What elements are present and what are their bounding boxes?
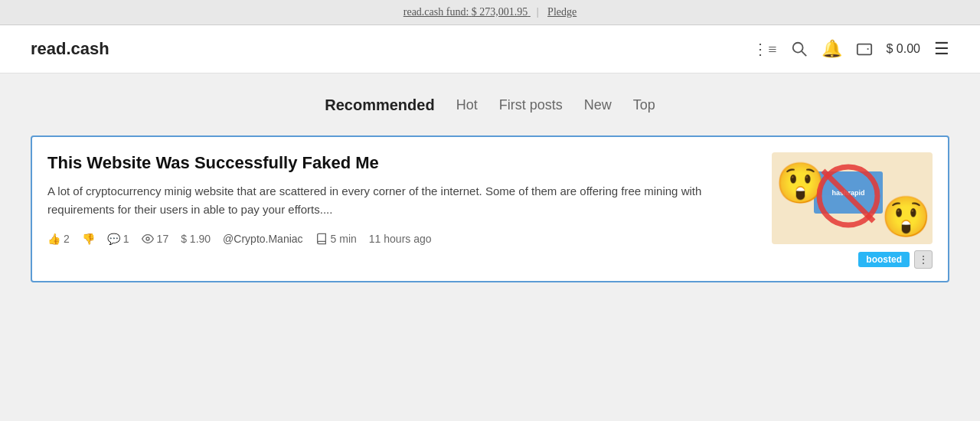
eye-icon bbox=[142, 233, 154, 245]
svg-point-0 bbox=[792, 43, 802, 53]
read-time: 5 min bbox=[331, 233, 357, 245]
author-link[interactable]: @Crypto.Maniac bbox=[223, 233, 302, 245]
svg-point-3 bbox=[146, 237, 149, 240]
comment-icon: 💬 bbox=[107, 233, 120, 245]
fund-bar: read.cash fund: $ 273,001.95 | Pledge bbox=[0, 0, 980, 25]
boosted-badge: boosted bbox=[858, 252, 910, 267]
tab-recommended[interactable]: Recommended bbox=[325, 96, 434, 114]
menu-icon[interactable]: ☰ bbox=[934, 39, 949, 59]
feed-icon[interactable]: ⋮≡ bbox=[753, 40, 776, 58]
svg-line-1 bbox=[802, 51, 806, 56]
fund-amount: $ 273,001.95 bbox=[472, 6, 528, 18]
article-meta: 👍 2 👎 💬 1 17 $ 1.90 bbox=[47, 233, 756, 245]
article-card: This Website Was Successfully Faked Me A… bbox=[31, 135, 949, 282]
upvote-count: 2 bbox=[64, 233, 70, 245]
wallet-icon[interactable] bbox=[856, 41, 873, 57]
balance-display: $ 0.00 bbox=[887, 42, 920, 56]
downvote-item[interactable]: 👎 bbox=[82, 233, 95, 245]
tab-top[interactable]: Top bbox=[633, 97, 655, 113]
read-time-item: 5 min bbox=[315, 233, 357, 245]
bell-icon[interactable]: 🔔 bbox=[822, 39, 842, 59]
search-icon[interactable] bbox=[791, 41, 808, 57]
thumbnail-image[interactable]: 😲 hashrapid 😲 bbox=[772, 152, 933, 244]
amount-item: $ 1.90 bbox=[181, 233, 211, 245]
thumbs-down-icon: 👎 bbox=[82, 233, 95, 245]
time-ago: 11 hours ago bbox=[369, 233, 432, 245]
author-item[interactable]: @Crypto.Maniac bbox=[223, 233, 302, 245]
fund-label: read.cash fund: bbox=[403, 6, 469, 18]
time-ago-item: 11 hours ago bbox=[369, 233, 432, 245]
comment-item[interactable]: 💬 1 bbox=[107, 233, 129, 245]
header: read.cash ⋮≡ 🔔 $ 0.00 ☰ bbox=[0, 25, 980, 73]
tab-new[interactable]: New bbox=[584, 97, 612, 113]
main-content: Recommended Hot First posts New Top This… bbox=[0, 73, 980, 298]
tab-first-posts[interactable]: First posts bbox=[499, 97, 563, 113]
more-options-button[interactable]: ⋮ bbox=[914, 250, 933, 269]
upvote-item[interactable]: 👍 2 bbox=[47, 233, 70, 245]
tab-hot[interactable]: Hot bbox=[456, 97, 478, 113]
site-logo[interactable]: read.cash bbox=[31, 39, 109, 59]
thumbs-up-icon: 👍 bbox=[47, 233, 60, 245]
svg-line-5 bbox=[823, 171, 874, 221]
tabs-bar: Recommended Hot First posts New Top bbox=[15, 96, 965, 114]
fund-link[interactable]: read.cash fund: $ 273,001.95 bbox=[403, 6, 531, 18]
boosted-row: boosted ⋮ bbox=[858, 250, 933, 269]
svg-rect-2 bbox=[857, 44, 871, 55]
view-item: 17 bbox=[142, 233, 169, 245]
view-count: 17 bbox=[157, 233, 169, 245]
comment-count: 1 bbox=[123, 233, 129, 245]
article-body: This Website Was Successfully Faked Me A… bbox=[47, 152, 756, 269]
article-thumbnail: 😲 hashrapid 😲 boosted ⋮ bbox=[772, 152, 933, 269]
article-title[interactable]: This Website Was Successfully Faked Me bbox=[47, 152, 756, 175]
header-actions: ⋮≡ 🔔 $ 0.00 ☰ bbox=[753, 39, 949, 59]
book-icon bbox=[315, 233, 328, 245]
amount-value: $ 1.90 bbox=[181, 233, 211, 245]
article-excerpt: A lot of cryptocurrency minig website th… bbox=[47, 182, 756, 219]
ban-circle-icon bbox=[806, 164, 890, 229]
separator: | bbox=[537, 6, 539, 18]
pledge-link[interactable]: Pledge bbox=[547, 6, 577, 18]
